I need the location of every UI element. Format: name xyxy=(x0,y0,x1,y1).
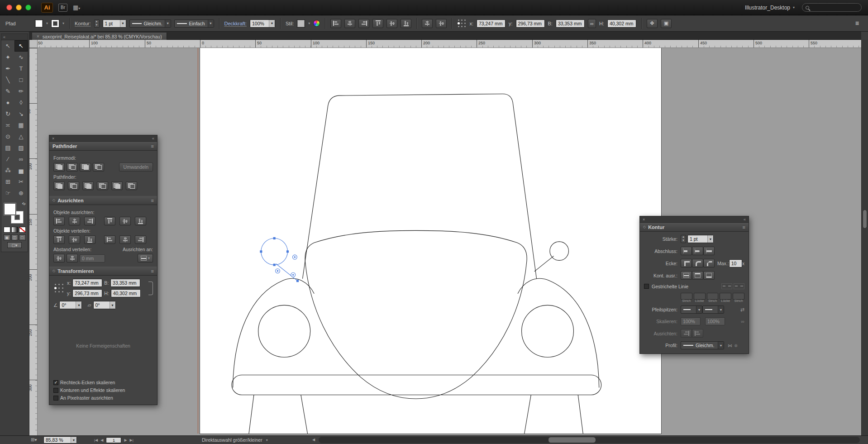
current-artboard-field[interactable]: 1 xyxy=(106,437,121,443)
minimize-window-button[interactable] xyxy=(16,5,22,10)
distribute-center-vertical-button[interactable] xyxy=(69,235,80,244)
stroke-chevron-icon[interactable]: ▾ xyxy=(62,21,64,25)
swap-arrowheads-icon[interactable]: ⇄ xyxy=(740,307,744,313)
panel-menu-icon[interactable]: ≡ xyxy=(151,268,154,274)
unite-button[interactable] xyxy=(53,163,65,172)
flip-across-icon[interactable]: ≑ xyxy=(734,343,738,348)
collapse-panel-icon[interactable]: « xyxy=(152,136,154,141)
hand-tool[interactable]: ☞ xyxy=(1,187,14,199)
reference-point-locator[interactable] xyxy=(53,283,64,294)
swap-fill-stroke-icon[interactable]: ⇄ xyxy=(21,201,27,206)
horizontal-scrollbar-thumb[interactable] xyxy=(548,437,596,443)
hood-path[interactable] xyxy=(305,230,527,399)
align-right-button[interactable] xyxy=(84,217,95,225)
arrowhead-scale-end-field[interactable]: 100% xyxy=(705,317,725,325)
align-middle-button[interactable] xyxy=(386,19,397,28)
cap-projecting-button[interactable] xyxy=(703,247,715,255)
join-miter-button[interactable] xyxy=(681,259,692,267)
symbol-sprayer-tool[interactable]: ⁂ xyxy=(1,165,14,176)
panel-cycle-icon[interactable]: ◇ xyxy=(52,198,55,202)
selection-tool[interactable]: ↖ xyxy=(1,40,14,52)
constrain-proportions-icon[interactable] xyxy=(148,282,153,295)
join-round-button[interactable] xyxy=(692,259,703,267)
align-bottom-button[interactable] xyxy=(135,217,146,225)
toolbar-collapse-icon[interactable]: « xyxy=(1,34,28,40)
blend-tool[interactable]: ∞ xyxy=(14,153,28,165)
align-middle-button[interactable] xyxy=(119,217,131,225)
right-fender-path[interactable] xyxy=(518,278,599,387)
recolor-artwork-icon[interactable] xyxy=(313,20,320,27)
stroke-swatch[interactable] xyxy=(51,19,59,28)
vertical-scrollbar-thumb[interactable] xyxy=(863,210,867,229)
join-bevel-button[interactable] xyxy=(703,259,715,267)
align-top-button[interactable] xyxy=(372,19,383,28)
scroll-left-arrow[interactable]: ◀ xyxy=(312,438,315,442)
horizontal-ruler[interactable]: 150 100 50 0 50 100 150 200 250 300 350 … xyxy=(29,40,861,48)
gradient-tool[interactable]: ▨ xyxy=(14,142,28,153)
reference-point-locator[interactable] xyxy=(457,19,466,28)
next-artboard-button[interactable]: ▶ xyxy=(124,438,127,442)
align-left-button[interactable] xyxy=(330,19,341,28)
ruler-origin-box[interactable] xyxy=(29,40,38,48)
align-right-button[interactable] xyxy=(358,19,369,28)
line-segment-tool[interactable]: ╲ xyxy=(1,74,14,86)
stroke-align-center-button[interactable] xyxy=(681,271,692,280)
outline-button[interactable] xyxy=(111,181,123,190)
stroke-panel-header[interactable]: ◇ Kontur ≡ xyxy=(640,223,749,232)
scale-rect-corners-checkbox[interactable] xyxy=(53,380,58,385)
windshield-path[interactable] xyxy=(303,94,537,278)
fill-color-well[interactable] xyxy=(4,203,16,215)
arrow-align-tip-button[interactable] xyxy=(681,329,692,338)
panel-menu-icon[interactable]: ≡ xyxy=(151,143,154,149)
distribute-horizontal-button[interactable] xyxy=(422,19,433,28)
arrange-documents-icon[interactable]: ▦▾ xyxy=(73,4,80,11)
zoom-window-button[interactable] xyxy=(25,5,31,10)
eyedropper-tool[interactable]: ∕ xyxy=(1,153,14,165)
stroke-weight-dropdown[interactable]: 1 pt ▼ xyxy=(103,19,126,28)
vertical-ruler[interactable]: 0 50 100 150 200 250 300 xyxy=(29,48,38,435)
rotate-angle-dropdown[interactable]: 0° ▼ xyxy=(59,301,82,309)
flip-along-icon[interactable]: ⋈ xyxy=(728,343,732,348)
stroke-weight-stepper[interactable]: ▲▼ xyxy=(94,19,100,28)
opacity-label[interactable]: Deckkraft: xyxy=(224,21,247,26)
transform-width-field[interactable]: 33,353 mm xyxy=(110,279,140,287)
close-panel-icon[interactable]: × xyxy=(52,136,54,141)
skirt-lines[interactable] xyxy=(249,395,583,434)
stroke-align-inside-button[interactable] xyxy=(692,271,703,280)
document-tab[interactable]: × saxoprint_Reiseplakat.ai* bei 85,83 % … xyxy=(32,33,167,41)
stroke-weight-dropdown[interactable]: 1 pt ▼ xyxy=(687,235,714,243)
status-indicator[interactable]: Direktauswahl größer/kleiner ▾ xyxy=(202,437,268,443)
free-transform-tool[interactable]: ▦ xyxy=(14,119,28,131)
distribute-right-button[interactable] xyxy=(135,235,146,244)
pen-tool[interactable]: ✒ xyxy=(1,63,14,74)
left-fender-path[interactable] xyxy=(233,278,314,387)
distribute-center-horizontal-button[interactable] xyxy=(119,235,131,244)
exclude-button[interactable] xyxy=(93,163,104,172)
zoom-level-dropdown[interactable]: 85,83 % ▼ xyxy=(43,436,77,444)
control-panel-menu-icon[interactable]: ≣ xyxy=(852,19,863,28)
draw-normal-button[interactable]: ▣ xyxy=(4,234,10,240)
spacing-vertical-button[interactable] xyxy=(53,254,65,263)
color-button[interactable] xyxy=(4,227,10,233)
arrowhead-start-dropdown[interactable]: ▼ xyxy=(681,306,702,314)
workspace-switcher[interactable]: Illustrator_Desktop ▾ xyxy=(745,5,795,11)
rotate-tool[interactable]: ↻ xyxy=(1,108,14,119)
arrow-align-end-button[interactable] xyxy=(692,329,703,338)
paintbrush-tool[interactable]: ✎ xyxy=(1,86,14,97)
isolate-selection-icon[interactable]: ▣ xyxy=(661,19,672,28)
left-headlight-circle[interactable] xyxy=(258,305,310,357)
pencil-tool[interactable]: ✏ xyxy=(14,86,28,97)
merge-button[interactable] xyxy=(82,181,94,190)
draw-inside-button[interactable]: □ xyxy=(19,234,26,240)
artboard-tool[interactable]: ⊞ xyxy=(1,176,14,187)
cap-butt-button[interactable] xyxy=(681,247,692,255)
draw-behind-button[interactable]: ◫ xyxy=(11,234,18,240)
stroke-weight-label[interactable]: Kontur: xyxy=(75,21,91,26)
magic-wand-tool[interactable]: ✦ xyxy=(1,52,14,63)
spacing-horizontal-button[interactable] xyxy=(67,254,78,263)
spacing-value-field[interactable]: 0 mm xyxy=(80,254,105,263)
width-profile-dropdown[interactable]: Gleichm. ▼ xyxy=(681,341,724,349)
mesh-tool[interactable]: ▤ xyxy=(1,142,14,153)
direct-selection-tool[interactable]: ↖ xyxy=(14,40,28,52)
align-left-button[interactable] xyxy=(53,217,65,225)
